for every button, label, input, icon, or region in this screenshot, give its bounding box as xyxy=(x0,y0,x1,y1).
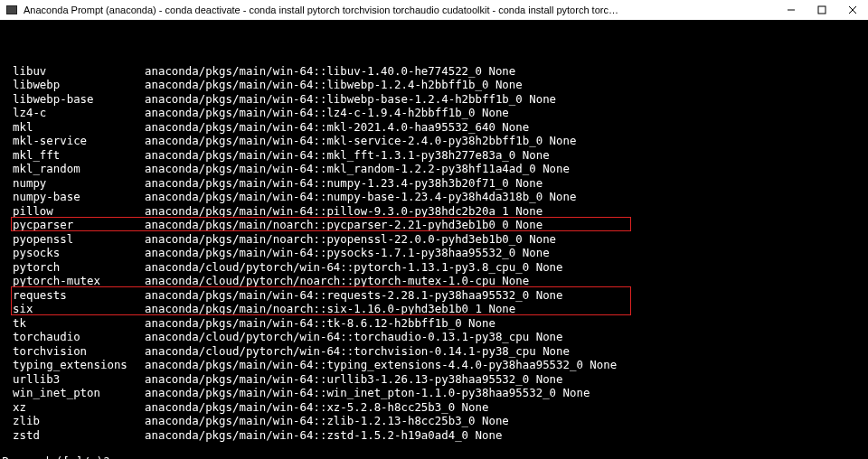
package-line: zlibanaconda/pkgs/main/win-64::zlib-1.2.… xyxy=(0,414,868,428)
package-name: win_inet_pton xyxy=(0,386,145,400)
package-line: mklanaconda/pkgs/main/win-64::mkl-2021.4… xyxy=(0,120,868,135)
package-name: zlib xyxy=(0,414,145,428)
package-spec: anaconda/pkgs/main/noarch::pycparser-2.2… xyxy=(145,218,868,232)
package-line: pyopensslanaconda/pkgs/main/noarch::pyop… xyxy=(0,232,868,247)
package-name: urllib3 xyxy=(0,372,145,387)
package-spec: anaconda/pkgs/main/win-64::pysocks-1.7.1… xyxy=(145,246,868,260)
package-line: typing_extensionsanaconda/pkgs/main/win-… xyxy=(0,358,868,372)
package-line: mkl_fftanaconda/pkgs/main/win-64::mkl_ff… xyxy=(0,148,868,163)
package-line: numpy-baseanaconda/pkgs/main/win-64::num… xyxy=(0,190,868,204)
package-spec: anaconda/cloud/pytorch/noarch::pytorch-m… xyxy=(145,274,868,288)
package-spec: anaconda/pkgs/main/win-64::zstd-1.5.2-h1… xyxy=(145,428,868,443)
titlebar-text: Anaconda Prompt (anaconda) - conda deact… xyxy=(24,5,776,15)
package-line: sixanaconda/pkgs/main/noarch::six-1.16.0… xyxy=(0,302,868,316)
package-line: pytorchanaconda/cloud/pytorch/win-64::py… xyxy=(0,260,868,275)
package-name: mkl_random xyxy=(0,162,145,176)
package-name: pillow xyxy=(0,204,145,219)
package-spec: anaconda/pkgs/main/win-64::mkl-service-2… xyxy=(145,134,868,148)
package-line: pytorch-mutexanaconda/cloud/pytorch/noar… xyxy=(0,274,868,288)
package-spec: anaconda/pkgs/main/win-64::mkl_fft-1.3.1… xyxy=(145,148,868,163)
package-spec: anaconda/pkgs/main/win-64::typing_extens… xyxy=(145,358,868,372)
svg-rect-3 xyxy=(818,6,826,14)
svg-line-5 xyxy=(849,6,856,14)
package-spec: anaconda/pkgs/main/win-64::lz4-c-1.9.4-h… xyxy=(145,106,868,120)
package-line: pycparseranaconda/pkgs/main/noarch::pycp… xyxy=(0,218,868,232)
minimize-button[interactable] xyxy=(776,0,807,20)
package-name: pytorch xyxy=(0,260,145,275)
package-line: mkl_randomanaconda/pkgs/main/win-64::mkl… xyxy=(0,162,868,176)
package-spec: anaconda/pkgs/main/win-64::numpy-1.23.4-… xyxy=(145,176,868,191)
package-name: six xyxy=(0,302,145,316)
package-spec: anaconda/pkgs/main/win-64::requests-2.28… xyxy=(145,288,868,303)
svg-rect-1 xyxy=(7,6,16,14)
package-spec: anaconda/pkgs/main/win-64::tk-8.6.12-h2b… xyxy=(145,316,868,331)
package-spec: anaconda/pkgs/main/win-64::xz-5.2.8-h8cc… xyxy=(145,400,868,415)
package-name: pycparser xyxy=(0,218,145,232)
package-name: mkl-service xyxy=(0,134,145,148)
window-controls xyxy=(776,0,868,20)
package-line: win_inet_ptonanaconda/pkgs/main/win-64::… xyxy=(0,386,868,400)
package-name: libwebp-base xyxy=(0,92,145,107)
package-line: pillowanaconda/pkgs/main/win-64::pillow-… xyxy=(0,204,868,219)
package-spec: anaconda/pkgs/main/win-64::libwebp-1.2.4… xyxy=(145,78,868,92)
package-name: requests xyxy=(0,288,145,303)
svg-line-4 xyxy=(849,6,856,14)
package-spec: anaconda/pkgs/main/win-64::mkl_random-1.… xyxy=(145,162,868,176)
prompt-line: Proceed ([y]/n)? xyxy=(0,454,868,459)
package-name: xz xyxy=(0,400,145,415)
package-spec: anaconda/pkgs/main/win-64::urllib3-1.26.… xyxy=(145,372,868,387)
package-line: torchaudioanaconda/cloud/pytorch/win-64:… xyxy=(0,330,868,344)
package-line: pysocksanaconda/pkgs/main/win-64::pysock… xyxy=(0,246,868,260)
package-name: pytorch-mutex xyxy=(0,274,145,288)
titlebar[interactable]: Anaconda Prompt (anaconda) - conda deact… xyxy=(0,0,868,20)
package-name: numpy xyxy=(0,176,145,191)
package-name: numpy-base xyxy=(0,190,145,204)
package-line: numpyanaconda/pkgs/main/win-64::numpy-1.… xyxy=(0,176,868,191)
package-line: libuvanaconda/pkgs/main/win-64::libuv-1.… xyxy=(0,64,868,79)
package-name: torchaudio xyxy=(0,330,145,344)
package-spec: anaconda/pkgs/main/noarch::six-1.16.0-py… xyxy=(145,302,868,316)
package-name: libuv xyxy=(0,64,145,79)
package-line: requestsanaconda/pkgs/main/win-64::reque… xyxy=(0,288,868,303)
package-spec: anaconda/pkgs/main/win-64::zlib-1.2.13-h… xyxy=(145,414,868,428)
close-button[interactable] xyxy=(837,0,868,20)
package-spec: anaconda/cloud/pytorch/win-64::pytorch-1… xyxy=(145,260,868,275)
package-name: mkl xyxy=(0,120,145,135)
package-line: torchvisionanaconda/cloud/pytorch/win-64… xyxy=(0,344,868,359)
package-spec: anaconda/pkgs/main/win-64::libuv-1.40.0-… xyxy=(145,64,868,79)
package-spec: anaconda/pkgs/main/win-64::mkl-2021.4.0-… xyxy=(145,120,868,135)
package-line: libwebpanaconda/pkgs/main/win-64::libweb… xyxy=(0,78,868,92)
package-name: torchvision xyxy=(0,344,145,359)
package-line: xzanaconda/pkgs/main/win-64::xz-5.2.8-h8… xyxy=(0,400,868,415)
terminal-output[interactable]: libuvanaconda/pkgs/main/win-64::libuv-1.… xyxy=(0,20,868,459)
app-icon xyxy=(5,4,18,16)
package-line: lz4-canaconda/pkgs/main/win-64::lz4-c-1.… xyxy=(0,106,868,120)
package-name: mkl_fft xyxy=(0,148,145,163)
package-spec: anaconda/cloud/pytorch/win-64::torchaudi… xyxy=(145,330,868,344)
package-spec: anaconda/cloud/pytorch/win-64::torchvisi… xyxy=(145,344,868,359)
package-spec: anaconda/pkgs/main/noarch::pyopenssl-22.… xyxy=(145,232,868,247)
package-spec: anaconda/pkgs/main/win-64::numpy-base-1.… xyxy=(145,190,868,204)
package-spec: anaconda/pkgs/main/win-64::libwebp-base-… xyxy=(145,92,868,107)
package-name: pyopenssl xyxy=(0,232,145,247)
package-line: mkl-serviceanaconda/pkgs/main/win-64::mk… xyxy=(0,134,868,148)
maximize-button[interactable] xyxy=(807,0,837,20)
package-line: libwebp-baseanaconda/pkgs/main/win-64::l… xyxy=(0,92,868,107)
package-name: typing_extensions xyxy=(0,358,145,372)
package-spec: anaconda/pkgs/main/win-64::win_inet_pton… xyxy=(145,386,868,400)
package-name: lz4-c xyxy=(0,106,145,120)
package-line: urllib3anaconda/pkgs/main/win-64::urllib… xyxy=(0,372,868,387)
prompt-text: Proceed ([y]/n)? xyxy=(2,454,109,459)
package-line: tkanaconda/pkgs/main/win-64::tk-8.6.12-h… xyxy=(0,316,868,331)
package-name: pysocks xyxy=(0,246,145,260)
terminal-window: Anaconda Prompt (anaconda) - conda deact… xyxy=(0,0,868,459)
package-spec: anaconda/pkgs/main/win-64::pillow-9.3.0-… xyxy=(145,204,868,219)
package-name: libwebp xyxy=(0,78,145,92)
package-name: zstd xyxy=(0,428,145,443)
package-name: tk xyxy=(0,316,145,331)
package-line: zstdanaconda/pkgs/main/win-64::zstd-1.5.… xyxy=(0,428,868,443)
